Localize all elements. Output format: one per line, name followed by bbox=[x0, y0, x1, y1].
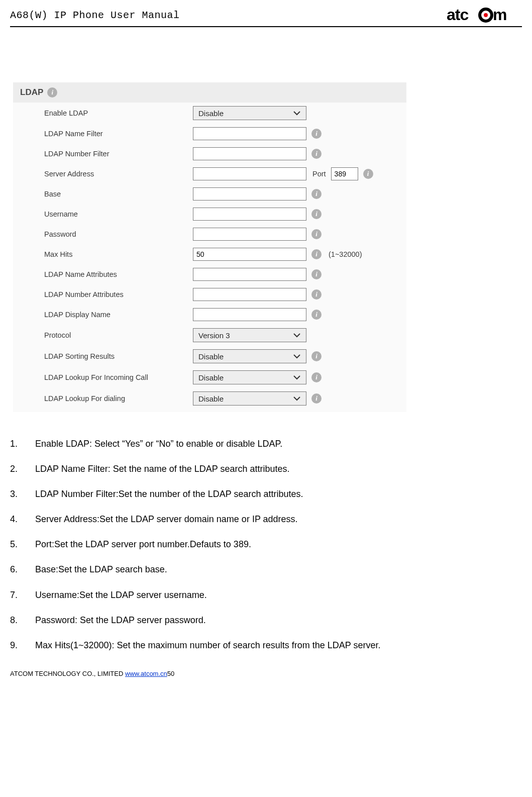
form-control-cell: Disable bbox=[193, 106, 306, 120]
form-label: LDAP Display Name bbox=[44, 311, 193, 319]
select-box[interactable]: Version 3 bbox=[193, 328, 306, 342]
instruction-item: 6.Base:Set the LDAP search base. bbox=[10, 563, 522, 576]
select-value: Disable bbox=[198, 352, 224, 361]
info-icon[interactable]: i bbox=[311, 229, 322, 239]
instruction-text: Enable LDAP: Select “Yes” or “No” to ena… bbox=[35, 437, 522, 450]
form-row: LDAP Sorting ResultsDisablei bbox=[13, 346, 406, 367]
form-label: LDAP Name Filter bbox=[44, 130, 193, 138]
text-input[interactable] bbox=[193, 308, 306, 321]
select-value: Disable bbox=[198, 109, 224, 118]
form-control-cell: i bbox=[193, 208, 322, 221]
form-control-cell: Version 3 bbox=[193, 328, 306, 342]
form-control-cell: Disablei bbox=[193, 370, 322, 384]
select-box[interactable]: Disable bbox=[193, 106, 306, 120]
instruction-number: 9. bbox=[10, 639, 35, 652]
text-input[interactable] bbox=[193, 127, 306, 140]
info-icon[interactable]: i bbox=[311, 209, 322, 219]
info-icon[interactable]: i bbox=[311, 289, 322, 300]
info-icon[interactable]: i bbox=[311, 372, 322, 382]
form-control-cell: i bbox=[193, 268, 322, 281]
page-header: A68(W) IP Phone User Manual atc m bbox=[10, 0, 522, 27]
form-control-cell: i bbox=[193, 288, 322, 301]
instruction-number: 5. bbox=[10, 538, 35, 551]
info-icon[interactable]: i bbox=[311, 129, 322, 139]
select-box[interactable]: Disable bbox=[193, 391, 306, 406]
footer-link[interactable]: www.atcom.cn bbox=[125, 670, 167, 677]
text-input[interactable] bbox=[193, 228, 306, 241]
select-box[interactable]: Disable bbox=[193, 370, 306, 384]
text-input[interactable] bbox=[193, 147, 306, 160]
form-row: LDAP Name Filteri bbox=[13, 124, 406, 144]
instruction-item: 7.Username:Set the LDAP server username. bbox=[10, 588, 522, 602]
page-header-title: A68(W) IP Phone User Manual bbox=[10, 10, 180, 21]
instruction-text: Username:Set the LDAP server username. bbox=[35, 588, 522, 602]
form-control-cell: Porti bbox=[193, 167, 373, 180]
form-label: LDAP Lookup For dialing bbox=[44, 394, 193, 403]
form-label: Enable LDAP bbox=[44, 109, 193, 117]
footer-company: ATCOM TECHNOLOGY CO., LIMITED bbox=[10, 670, 125, 677]
form-label: LDAP Sorting Results bbox=[44, 352, 193, 360]
text-input[interactable] bbox=[193, 167, 306, 180]
instruction-text: Port:Set the LDAP server port number.Def… bbox=[35, 538, 522, 551]
instruction-item: 4.Server Address:Set the LDAP server dom… bbox=[10, 513, 522, 526]
instruction-text: Base:Set the LDAP search base. bbox=[35, 563, 522, 576]
form-row: Usernamei bbox=[13, 204, 406, 224]
info-icon[interactable]: i bbox=[47, 87, 57, 97]
info-icon[interactable]: i bbox=[311, 189, 322, 199]
form-row: Basei bbox=[13, 184, 406, 204]
form-row: Max Hitsi(1~32000) bbox=[13, 244, 406, 264]
form-label: Max Hits bbox=[44, 250, 193, 258]
instruction-item: 8.Password: Set the LDAP server password… bbox=[10, 614, 522, 627]
instruction-number: 2. bbox=[10, 462, 35, 475]
info-icon[interactable]: i bbox=[311, 249, 322, 259]
form-row: LDAP Lookup For dialingDisablei bbox=[13, 388, 406, 409]
form-row: Server AddressPorti bbox=[13, 164, 406, 184]
form-control-cell: i bbox=[193, 308, 322, 321]
select-box[interactable]: Disable bbox=[193, 349, 306, 363]
form-title-bar: LDAP i bbox=[13, 82, 406, 103]
svg-point-2 bbox=[484, 13, 488, 17]
text-input[interactable] bbox=[193, 288, 306, 301]
form-label: Base bbox=[44, 190, 193, 198]
info-icon[interactable]: i bbox=[363, 169, 373, 179]
info-icon[interactable]: i bbox=[311, 393, 322, 404]
form-row: LDAP Number Filteri bbox=[13, 144, 406, 164]
text-input[interactable] bbox=[193, 268, 306, 281]
select-value: Disable bbox=[198, 373, 224, 382]
form-label: Username bbox=[44, 210, 193, 218]
form-title: LDAP bbox=[20, 87, 43, 97]
info-icon[interactable]: i bbox=[311, 351, 322, 361]
port-input[interactable] bbox=[331, 167, 358, 180]
form-label: LDAP Number Filter bbox=[44, 150, 193, 158]
instruction-text: LDAP Name Filter: Set the name of the LD… bbox=[35, 462, 522, 475]
info-icon[interactable]: i bbox=[311, 149, 322, 159]
form-row: ProtocolVersion 3 bbox=[13, 325, 406, 346]
chevron-down-icon bbox=[293, 111, 301, 116]
port-label: Port bbox=[312, 170, 326, 178]
form-control-cell: i bbox=[193, 228, 322, 241]
instruction-number: 6. bbox=[10, 563, 35, 576]
footer-page: 50 bbox=[167, 670, 174, 677]
text-input[interactable] bbox=[193, 248, 306, 261]
svg-text:m: m bbox=[493, 6, 507, 24]
info-icon[interactable]: i bbox=[311, 269, 322, 279]
instruction-number: 7. bbox=[10, 588, 35, 602]
form-row: LDAP Lookup For Incoming CallDisablei bbox=[13, 367, 406, 388]
svg-text:atc: atc bbox=[447, 6, 468, 24]
form-row: LDAP Display Namei bbox=[13, 305, 406, 325]
form-row: Enable LDAPDisable bbox=[13, 103, 406, 124]
instruction-item: 9.Max Hits(1~32000): Set the maximum num… bbox=[10, 639, 522, 652]
instruction-text: Password: Set the LDAP server password. bbox=[35, 614, 522, 627]
instruction-text: Server Address:Set the LDAP server domai… bbox=[35, 513, 522, 526]
chevron-down-icon bbox=[293, 333, 301, 338]
info-icon[interactable]: i bbox=[311, 310, 322, 320]
text-input[interactable] bbox=[193, 187, 306, 201]
chevron-down-icon bbox=[293, 354, 301, 359]
form-label: LDAP Number Attributes bbox=[44, 290, 193, 298]
text-input[interactable] bbox=[193, 208, 306, 221]
instruction-text: LDAP Number Filter:Set the number of the… bbox=[35, 487, 522, 501]
instruction-number: 3. bbox=[10, 487, 35, 501]
form-control-cell: i bbox=[193, 127, 322, 140]
form-label: Protocol bbox=[44, 331, 193, 339]
brand-logo: atc m bbox=[447, 5, 522, 25]
